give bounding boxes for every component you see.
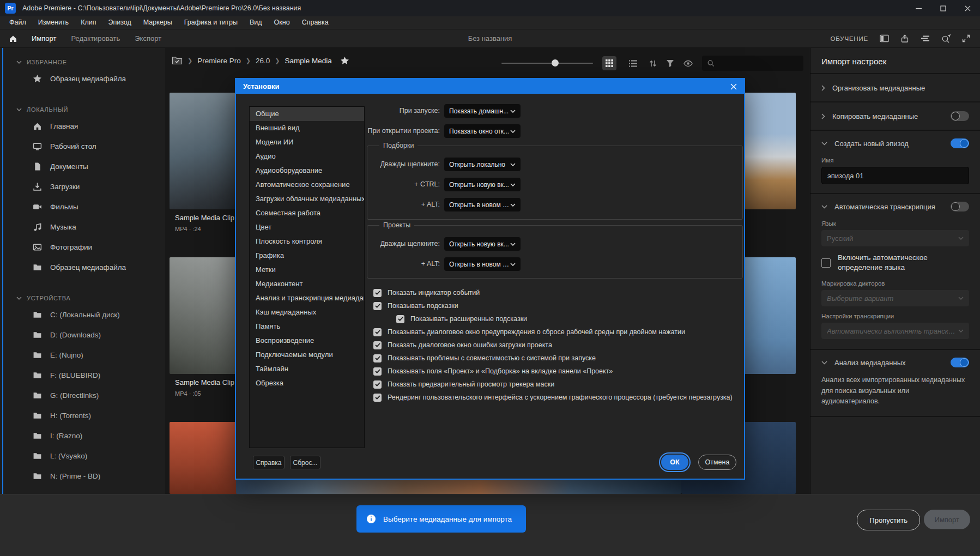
- menu-window[interactable]: Окно: [268, 16, 296, 29]
- sidebar-item-desktop[interactable]: Рабочий стол: [0, 136, 165, 156]
- home-icon[interactable]: [9, 34, 17, 43]
- menu-file[interactable]: Файл: [3, 16, 32, 29]
- projects-double-click-dropdown[interactable]: Открыть новую вк...: [444, 237, 521, 251]
- menu-graphics[interactable]: Графика и титры: [178, 16, 244, 29]
- breadcrumb-premiere-pro[interactable]: Premiere Pro: [197, 57, 241, 65]
- checkbox-checked-icon[interactable]: [373, 328, 382, 336]
- slider-knob[interactable]: [552, 59, 559, 67]
- workspace-menu-icon[interactable]: [921, 35, 930, 42]
- dialog-close-icon[interactable]: [730, 83, 737, 90]
- search-input[interactable]: [718, 59, 797, 68]
- ok-button[interactable]: ОК: [661, 455, 688, 470]
- tab-edit[interactable]: Редактировать: [71, 34, 120, 43]
- checkbox-show-tooltips[interactable]: Показывать подсказки: [373, 300, 458, 311]
- checkbox-workspace-reset-warning[interactable]: Показывать диалоговое окно предупреждени…: [373, 327, 685, 337]
- bins-double-click-dropdown[interactable]: Открыть локально: [444, 158, 521, 171]
- sidebar-item-drive-g[interactable]: G: (Directlinks): [0, 385, 165, 406]
- sidebar-item-drive-h[interactable]: H: (Torrents): [0, 406, 165, 426]
- grid-view-button[interactable]: [602, 56, 616, 70]
- auto-detect-language-row[interactable]: Включить автоматическое определение язык…: [821, 253, 969, 273]
- startup-dropdown[interactable]: Показать домашн...: [444, 104, 521, 118]
- tab-export[interactable]: Экспорт: [135, 34, 161, 43]
- menu-markers[interactable]: Маркеры: [137, 16, 178, 29]
- section-devices[interactable]: УСТРОЙСТВА: [0, 292, 165, 305]
- auto-transcription-toggle[interactable]: [951, 202, 969, 211]
- checkbox-show-event-indicator[interactable]: Показать индикатор событий: [373, 287, 480, 298]
- favorite-star-icon[interactable]: [340, 56, 349, 65]
- minimize-button[interactable]: [906, 0, 931, 16]
- checkbox-gpu-ui-rendering[interactable]: Рендеринг пользовательского интерфейса с…: [373, 392, 733, 403]
- category-trim[interactable]: Обрезка: [250, 376, 364, 390]
- media-analysis-toggle[interactable]: [951, 358, 969, 367]
- sidebar-item-drive-i[interactable]: I: (Razno): [0, 426, 165, 446]
- section-favorites[interactable]: ИЗБРАННОЕ: [0, 56, 165, 69]
- category-timeline[interactable]: Таймлайн: [250, 362, 364, 376]
- menu-clip[interactable]: Клип: [75, 16, 102, 29]
- dialog-header[interactable]: Установки: [236, 79, 744, 94]
- checkbox-compatibility-issues[interactable]: Показывать проблемы с совместимостью с с…: [373, 353, 596, 364]
- panel-layout-icon[interactable]: [880, 34, 889, 43]
- sidebar-item-music[interactable]: Музыка: [0, 217, 165, 237]
- sidebar-item-downloads[interactable]: Загрузки: [0, 177, 165, 197]
- list-view-button[interactable]: [626, 56, 640, 70]
- checkbox-project-load-error[interactable]: Показать диалоговое окно ошибки загрузки…: [373, 340, 552, 350]
- close-button[interactable]: [955, 0, 980, 16]
- sidebar-item-sample-media-fav[interactable]: Образец медиафайла: [0, 69, 165, 89]
- checkbox-unchecked-icon[interactable]: [821, 258, 831, 268]
- fullscreen-icon[interactable]: [962, 34, 970, 43]
- media-folder-icon[interactable]: [172, 56, 183, 65]
- checkbox-checked-icon[interactable]: [396, 315, 404, 323]
- sidebar-item-drive-d[interactable]: D: (Downloads): [0, 325, 165, 345]
- category-transcription[interactable]: Анализ и транскрипция медиаданных: [250, 291, 364, 305]
- sidebar-item-home[interactable]: Главная: [0, 116, 165, 136]
- help-button[interactable]: Справка: [253, 456, 285, 469]
- category-color[interactable]: Цвет: [250, 220, 364, 234]
- projects-alt-dropdown[interactable]: Открыть в новом о...: [444, 257, 521, 271]
- share-icon[interactable]: [900, 34, 909, 43]
- sort-icon[interactable]: [649, 59, 657, 68]
- new-sequence-row[interactable]: Создать новый эпизод: [810, 131, 980, 156]
- breadcrumb-26[interactable]: 26.0: [256, 57, 270, 65]
- sidebar-item-drive-n[interactable]: N: (Prime - BD): [0, 466, 165, 486]
- category-memory[interactable]: Память: [250, 319, 364, 334]
- copy-media-row[interactable]: Копировать медиаданные: [810, 102, 980, 130]
- category-media-cache[interactable]: Кэш медиаданных: [250, 305, 364, 319]
- quick-zoom-icon[interactable]: [941, 34, 951, 43]
- new-sequence-toggle[interactable]: [951, 138, 969, 148]
- sidebar-item-sample-media[interactable]: Образец медиафайла: [0, 257, 165, 277]
- checkbox-project-bin-fields[interactable]: Показывать поля «Проект» и «Подборка» на…: [373, 366, 613, 377]
- sidebar-item-drive-l[interactable]: L: (Vsyako): [0, 446, 165, 466]
- sidebar-item-photos[interactable]: Фотографии: [0, 237, 165, 257]
- sequence-name-input[interactable]: [821, 167, 969, 184]
- speaker-labeling-select[interactable]: Выберите вариант: [821, 290, 969, 306]
- bins-alt-dropdown[interactable]: Открыть в новом о...: [444, 198, 521, 211]
- filter-icon[interactable]: [666, 59, 674, 67]
- organize-media-row[interactable]: Организовать медиаданные: [810, 74, 980, 101]
- transcription-settings-select[interactable]: Автоматически выполнять транскри...: [821, 323, 969, 339]
- checkbox-checked-icon[interactable]: [373, 341, 382, 349]
- checkbox-checked-icon[interactable]: [373, 367, 382, 376]
- checkbox-show-extended-tooltips[interactable]: Показывать расширенные подсказки: [396, 313, 527, 324]
- select-media-notice-button[interactable]: Выберите медиаданные для импорта: [356, 505, 526, 533]
- checkbox-checked-icon[interactable]: [373, 354, 382, 362]
- menu-view[interactable]: Вид: [244, 16, 268, 29]
- menu-help[interactable]: Справка: [296, 16, 335, 29]
- checkbox-checked-icon[interactable]: [373, 380, 382, 389]
- checkbox-checked-icon[interactable]: [373, 394, 382, 402]
- copy-media-toggle[interactable]: [951, 111, 969, 121]
- media-analysis-row[interactable]: Анализ медиаданных: [810, 350, 980, 375]
- language-select[interactable]: Русский: [821, 230, 969, 246]
- menu-edit[interactable]: Изменить: [32, 16, 75, 29]
- sidebar-item-movies[interactable]: Фильмы: [0, 197, 165, 217]
- cancel-button[interactable]: Отмена: [698, 455, 736, 470]
- skip-button[interactable]: Пропустить: [857, 510, 920, 530]
- checkbox-checked-icon[interactable]: [373, 302, 382, 310]
- auto-transcription-row[interactable]: Автоматическая транскрипция: [810, 194, 980, 219]
- thumbnail-size-slider[interactable]: [501, 59, 593, 67]
- import-button[interactable]: Импорт: [924, 510, 970, 529]
- sidebar-item-drive-e[interactable]: E: (Nujno): [0, 345, 165, 365]
- sidebar-item-drive-f[interactable]: F: (BLUEBIRD): [0, 365, 165, 385]
- section-local[interactable]: ЛОКАЛЬНЫЙ: [0, 103, 165, 116]
- category-media[interactable]: Медиаконтент: [250, 277, 364, 291]
- preview-eye-icon[interactable]: [683, 60, 693, 67]
